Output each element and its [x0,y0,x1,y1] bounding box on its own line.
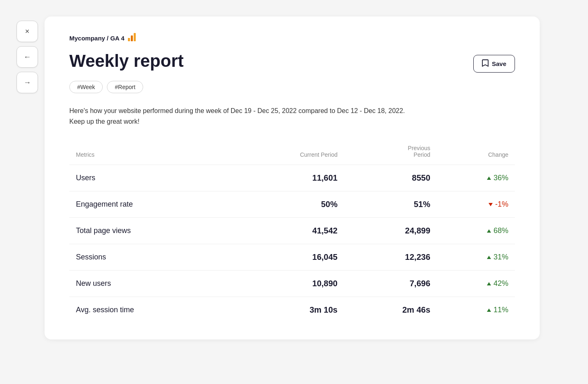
metric-previous: 7,696 [344,271,437,297]
arrow-up-icon [487,282,491,285]
page-title: Weekly report [69,52,184,71]
table-row: New users10,8907,69642% [69,271,515,297]
metric-name: Engagement rate [69,191,230,218]
change-value: 11% [494,306,508,314]
metric-change: 42% [437,271,515,297]
table-row: Total page views41,54224,89968% [69,218,515,244]
arrow-up-icon [487,177,491,180]
metric-previous: 24,899 [344,218,437,244]
metric-change: 68% [437,218,515,244]
metric-current: 10,890 [230,271,344,297]
change-value: 31% [494,253,508,261]
arrow-up-icon [487,309,491,312]
forward-icon: → [24,78,31,87]
back-icon: ← [24,53,31,61]
svg-rect-2 [134,33,136,41]
arrow-up-icon [487,256,491,259]
forward-button[interactable]: → [17,72,38,93]
tag-week[interactable]: #Week [69,81,103,93]
metric-name: Sessions [69,244,230,271]
description: Here's how your website performed during… [69,106,408,127]
breadcrumb: Mycompany / GA 4 [69,33,515,43]
svg-rect-1 [131,35,133,41]
header-row: Weekly report Save [69,52,515,73]
bookmark-icon [482,59,489,68]
sidebar-controls: × ← → [17,16,38,339]
metric-change: 36% [437,165,515,191]
metric-previous: 8550 [344,165,437,191]
metric-name: Total page views [69,218,230,244]
change-value: 36% [494,174,508,182]
svg-rect-0 [128,38,130,41]
metric-change: -1% [437,191,515,218]
back-button[interactable]: ← [17,46,38,68]
col-metrics: Metrics [69,141,230,165]
metric-current: 41,542 [230,218,344,244]
table-row: Avg. session time3m 10s2m 46s11% [69,297,515,323]
table-row: Sessions16,04512,23631% [69,244,515,271]
save-button[interactable]: Save [473,55,515,73]
analytics-icon [128,33,137,43]
metric-current: 11,601 [230,165,344,191]
col-current: Current Period [230,141,344,165]
metric-previous: 12,236 [344,244,437,271]
change-value: 68% [494,226,508,235]
close-icon: × [25,27,30,36]
metrics-table: Metrics Current Period PreviousPeriod Ch… [69,141,515,323]
metric-current: 3m 10s [230,297,344,323]
main-content: Mycompany / GA 4 Weekly report Save [45,16,540,339]
metric-current: 16,045 [230,244,344,271]
table-row: Users11,601855036% [69,165,515,191]
tag-report[interactable]: #Report [107,81,143,93]
col-previous-label: PreviousPeriod [408,145,430,158]
col-change: Change [437,141,515,165]
metric-name: New users [69,271,230,297]
change-value: -1% [495,200,508,209]
metric-previous: 51% [344,191,437,218]
arrow-down-icon [489,203,493,206]
metric-name: Avg. session time [69,297,230,323]
metric-change: 11% [437,297,515,323]
change-value: 42% [494,279,508,288]
metric-name: Users [69,165,230,191]
metric-previous: 2m 46s [344,297,437,323]
arrow-up-icon [487,229,491,233]
close-button[interactable]: × [17,21,38,42]
tags-row: #Week #Report [69,81,515,93]
table-row: Engagement rate50%51%-1% [69,191,515,218]
save-label: Save [492,60,506,67]
metric-current: 50% [230,191,344,218]
metric-change: 31% [437,244,515,271]
breadcrumb-text: Mycompany / GA 4 [69,35,125,42]
col-previous: PreviousPeriod [344,141,437,165]
